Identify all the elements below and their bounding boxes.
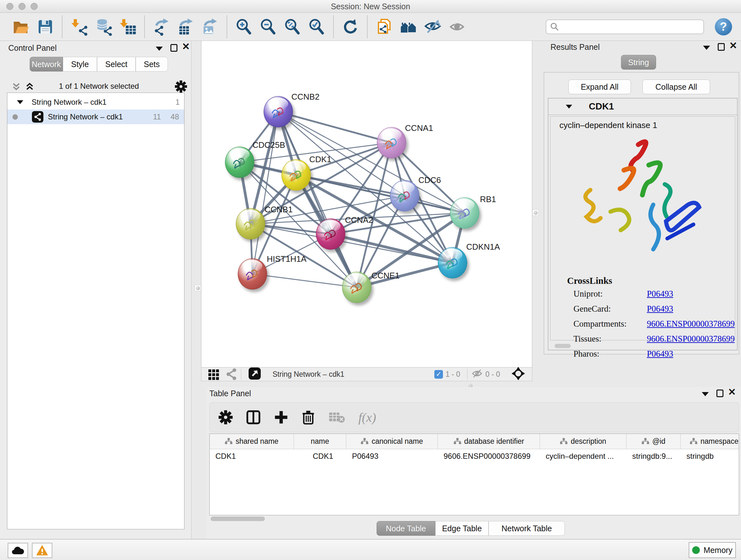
table-gear-icon[interactable] — [219, 410, 232, 424]
tab-network-table[interactable]: Network Table — [488, 521, 565, 536]
tab-select[interactable]: Select — [97, 57, 136, 71]
network-collection-row[interactable]: String Network – cdk1 1 — [7, 95, 184, 110]
cell-database-identifier[interactable]: 9606.ENSP00000378699 — [438, 449, 540, 464]
grid-view-icon[interactable] — [208, 368, 220, 380]
expand-all-tree-icon[interactable] — [25, 82, 35, 93]
hide-selected-button[interactable] — [423, 17, 443, 37]
selected-nodes-checkbox[interactable]: ✓ — [434, 370, 443, 379]
close-panel-icon[interactable]: ✕ — [182, 43, 190, 51]
refresh-button[interactable] — [340, 17, 360, 37]
export-table-button[interactable] — [176, 17, 196, 37]
cell-namespace[interactable]: stringdb — [681, 449, 739, 464]
table-hscroll-thumb[interactable] — [211, 516, 265, 521]
crosslink-link[interactable]: 9606.ENSP00000378699 — [647, 334, 735, 344]
crosslink-link[interactable]: P06493 — [647, 289, 673, 299]
help-button[interactable]: ? — [715, 18, 732, 36]
gene-expander-icon[interactable] — [566, 105, 572, 109]
tab-style[interactable]: Style — [63, 57, 97, 71]
close-results-icon[interactable]: ✕ — [729, 42, 737, 50]
toolbar-separator — [62, 16, 63, 38]
cell-canonical-name[interactable]: P06493 — [346, 449, 438, 464]
share-view-icon[interactable] — [226, 368, 237, 380]
crosslink-link[interactable]: 9606.ENSP00000378699 — [647, 319, 735, 329]
tab-sets[interactable]: Sets — [136, 57, 168, 71]
cell--id[interactable]: stringdb:9... — [626, 449, 681, 464]
open-session-button[interactable] — [11, 17, 31, 37]
crosslink-link[interactable]: P06493 — [647, 304, 673, 314]
zoom-selected-button[interactable] — [307, 17, 327, 37]
network-node-ccna1[interactable] — [377, 127, 406, 159]
column-header-name[interactable]: name — [294, 434, 346, 449]
home-networks-button[interactable] — [399, 17, 418, 37]
node-attribute-table[interactable]: shared namenamecanonical namedatabase id… — [209, 434, 739, 515]
tab-network[interactable]: Network — [30, 57, 63, 71]
left-splitter-handle[interactable] — [195, 285, 201, 291]
import-network-button[interactable] — [69, 17, 89, 37]
birdseye-crosshair-icon[interactable] — [512, 367, 525, 381]
show-columns-icon[interactable] — [246, 410, 261, 425]
collapse-panel-icon[interactable] — [156, 47, 163, 51]
cloud-button[interactable] — [8, 543, 28, 558]
network-node-ccne1[interactable] — [342, 272, 372, 303]
import-table-button[interactable] — [118, 17, 138, 37]
collapse-table-icon[interactable] — [702, 392, 709, 396]
network-node-cdc6[interactable] — [390, 180, 419, 211]
show-all-button[interactable] — [447, 17, 467, 37]
column-header-description[interactable]: description — [540, 434, 626, 449]
column-header-label: database identifier — [464, 437, 524, 446]
float-panel-icon[interactable] — [171, 44, 178, 52]
import-database-button[interactable] — [93, 17, 113, 37]
column-header-database-identifier[interactable]: database identifier — [438, 434, 540, 449]
memory-button[interactable]: Memory — [689, 542, 736, 558]
expand-all-button[interactable]: Expand All — [568, 79, 631, 94]
zoom-fit-button[interactable] — [282, 17, 302, 37]
collapse-all-button[interactable]: Collapse All — [643, 79, 710, 94]
table-row[interactable]: CDK1CDK1P064939606.ENSP00000378699cyclin… — [210, 449, 739, 464]
network-options-gear-icon[interactable] — [175, 80, 187, 94]
tab-string[interactable]: String — [621, 55, 656, 70]
network-node-ccna2[interactable] — [316, 219, 345, 250]
collapse-all-tree-icon[interactable] — [11, 82, 21, 93]
goto-network-icon[interactable] — [248, 367, 261, 381]
warnings-button[interactable] — [32, 543, 52, 558]
crosslink-link[interactable]: P06493 — [647, 349, 673, 359]
network-node-ccnb1[interactable] — [236, 208, 265, 240]
column-header--id[interactable]: @id — [626, 434, 681, 449]
function-builder-icon: f(x) — [358, 410, 376, 425]
float-results-icon[interactable] — [718, 43, 725, 51]
network-node-hist1h1a[interactable] — [238, 258, 267, 290]
tree-expander-icon[interactable] — [17, 100, 23, 104]
export-image-button[interactable] — [200, 17, 220, 37]
gene-entry-header[interactable]: CDK1 — [548, 98, 737, 115]
network-canvas[interactable]: CCNB2 CCNA1 CDC25B CDK1 CDC6 RB1 CCNB1 — [201, 41, 532, 367]
tab-edge-table[interactable]: Edge Table — [435, 521, 488, 536]
cell-shared-name[interactable]: CDK1 — [210, 449, 294, 464]
save-session-button[interactable] — [36, 17, 55, 37]
cell-name[interactable]: CDK1 — [294, 449, 346, 464]
results-hscroll-stub[interactable] — [555, 344, 570, 348]
network-node-ccnb2[interactable] — [264, 96, 293, 127]
cell-description[interactable]: cyclin–dependent ... — [540, 449, 626, 464]
right-splitter-handle[interactable] — [532, 209, 539, 216]
column-header-namespace[interactable]: namespace — [681, 434, 739, 449]
search-input[interactable] — [546, 19, 704, 34]
zoom-out-button[interactable] — [258, 17, 278, 37]
tab-node-table[interactable]: Node Table — [377, 521, 435, 536]
table-toolbar: f(x) — [209, 402, 739, 432]
network-node-cdc25b[interactable] — [225, 146, 254, 178]
network-node-rb1[interactable] — [450, 197, 479, 229]
column-header-canonical-name[interactable]: canonical name — [346, 434, 438, 449]
clone-network-button[interactable] — [374, 17, 394, 37]
float-table-icon[interactable] — [717, 389, 724, 397]
add-column-icon[interactable] — [274, 410, 288, 424]
column-header-shared-name[interactable]: shared name — [210, 434, 294, 449]
network-row-selected[interactable]: String Network – cdk1 11 48 — [7, 110, 184, 124]
network-node-cdk1[interactable] — [281, 159, 311, 191]
network-node-cdkn1a[interactable] — [438, 247, 467, 278]
close-table-icon[interactable]: ✕ — [728, 388, 736, 396]
delete-column-icon[interactable] — [301, 410, 315, 425]
crosslink-row: Tissues: 9606.ENSP00000378699 — [574, 334, 730, 344]
export-network-button[interactable] — [151, 17, 172, 37]
zoom-in-button[interactable] — [234, 17, 254, 37]
collapse-results-icon[interactable] — [703, 46, 710, 50]
